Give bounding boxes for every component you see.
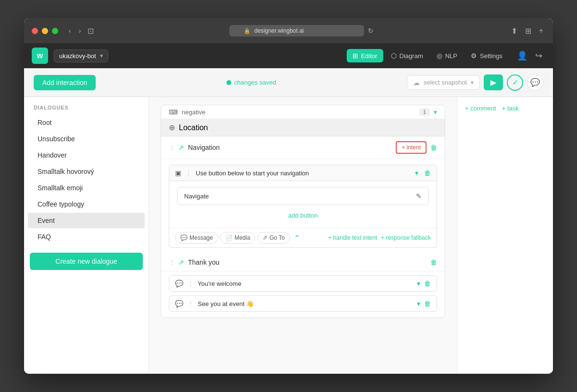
edit-navigate-icon[interactable]: ✎ [416, 192, 422, 200]
close-button[interactable] [32, 28, 38, 34]
sidebar-section-label: DIALOGUES [24, 105, 149, 114]
intent-button[interactable]: + intent [396, 141, 426, 154]
share-button[interactable]: ⬆ [509, 24, 519, 37]
settings-icon: ⚙ [471, 52, 477, 60]
action-goto-label: Go To [269, 234, 285, 241]
address-bar: 🔒 designer.wingbot.ai [229, 25, 364, 37]
comment-link[interactable]: + comment [465, 105, 496, 112]
event-drag-handle-icon: ⋮ [187, 300, 194, 307]
bot-selector[interactable]: ukazkovy-bot ▾ [54, 49, 108, 62]
link-icon: ⇗ [178, 144, 184, 151]
lock-icon: 🔒 [244, 28, 251, 34]
location-label: Location [179, 123, 208, 132]
thankyou-title: Thank you [188, 258, 430, 266]
event-message-block: 💬 ⋮ ▾ 🗑 [169, 295, 437, 312]
keyboard-icon: ⌨ [169, 109, 178, 116]
media-icon: 📄 [226, 234, 233, 241]
thankyou-interaction-row: ⋮ ⇗ Thank you 🗑 [161, 254, 445, 271]
logo: w [32, 48, 48, 64]
logout-icon[interactable]: ↪ [532, 48, 545, 64]
chat-event-icon: 💬 [175, 300, 183, 307]
sidebar-item-smalltalk-hovorovy[interactable]: Smalltalk hovorový [28, 164, 145, 179]
navigate-button-label: Navigate [184, 193, 209, 200]
action-goto-button[interactable]: ⇗ Go To [257, 232, 290, 244]
main-nav: ⊞ Editor ⬡ Diagram ◎ NLP ⚙ Settings 👤 ↪ [347, 48, 545, 64]
message-text-input[interactable] [196, 170, 411, 177]
message-delete-icon[interactable]: 🗑 [424, 169, 431, 177]
nav-nlp[interactable]: ◎ NLP [431, 49, 463, 62]
action-media-button[interactable]: 📄 Media [220, 232, 256, 244]
minimize-button[interactable] [42, 28, 48, 34]
navigation-interaction-row: ⋮ ⇗ Navigation + intent 🗑 [161, 136, 445, 159]
url-text: designer.wingbot.ai [254, 27, 304, 34]
snapshot-selector[interactable]: ☁ select snapshot ▾ [407, 75, 480, 90]
delete-thankyou-icon[interactable]: 🗑 [430, 258, 437, 266]
event-delete-icon[interactable]: 🗑 [424, 300, 431, 307]
editor-icon: ⊞ [352, 52, 358, 60]
add-tab-button[interactable]: ⊞ [523, 24, 533, 37]
message-type-icon: ▣ [175, 169, 181, 177]
right-panel-actions: + comment + task [465, 105, 545, 112]
create-dialogue-button[interactable]: Create new dialogue [30, 253, 143, 270]
collapse-icon[interactable]: ⌃ [294, 233, 300, 243]
negative-label: negative [182, 109, 205, 116]
nav-editor-label: Editor [361, 52, 377, 60]
sidebar-item-faq[interactable]: FAQ [28, 229, 145, 245]
goto-icon: ⇗ [263, 234, 267, 241]
snapshot-play-button[interactable]: ▶ [484, 74, 503, 90]
delete-navigation-icon[interactable]: 🗑 [430, 144, 437, 151]
sidebar-item-smalltalk-emoji[interactable]: Smalltalk emoji [28, 180, 145, 196]
chat-button[interactable]: 💬 [527, 74, 543, 91]
response-fallback-link[interactable]: + response fallback [381, 234, 431, 241]
add-button-link[interactable]: add button [177, 209, 429, 222]
welcome-drag-handle-icon: ⋮ [187, 280, 194, 287]
message-chevron-icon[interactable]: ▾ [415, 169, 418, 177]
snapshot-label: select snapshot [424, 79, 467, 86]
forward-button[interactable]: › [76, 26, 84, 36]
location-icon: ⊕ [169, 123, 175, 132]
sidebar-item-handover[interactable]: Handover [28, 147, 145, 163]
changes-saved-indicator: changes saved [226, 79, 276, 86]
sidebar-item-root[interactable]: Root [28, 115, 145, 130]
reload-button[interactable]: ↻ [368, 27, 374, 35]
message-icon: 💬 [180, 234, 188, 241]
nav-settings[interactable]: ⚙ Settings [465, 49, 508, 62]
welcome-chevron-icon[interactable]: ▾ [417, 280, 420, 287]
event-message-input[interactable] [198, 300, 413, 307]
negative-count: 1 [419, 108, 430, 116]
negative-row: ⌨ negative 1 ▾ [161, 105, 445, 119]
sidebar-item-unsubscribe[interactable]: Unsubscribe [28, 131, 145, 147]
sidebar-toggle-button[interactable]: + [537, 24, 545, 37]
back-button[interactable]: ‹ [66, 26, 74, 36]
handle-text-intent-link[interactable]: + handle text intent [328, 234, 377, 241]
nav-editor[interactable]: ⊞ Editor [347, 49, 383, 62]
action-message-button[interactable]: 💬 Message [175, 232, 218, 244]
diagram-icon: ⬡ [391, 52, 397, 60]
sidebar-item-coffee-typology[interactable]: Coffee typology [28, 196, 145, 212]
navigate-button-item: Navigate ✎ [177, 187, 429, 205]
nav-diagram-label: Diagram [400, 52, 423, 60]
negative-chevron-icon[interactable]: ▾ [434, 109, 437, 116]
add-interaction-button[interactable]: Add interaction [34, 75, 96, 90]
nav-settings-label: Settings [480, 52, 502, 60]
nav-nlp-label: NLP [445, 52, 457, 60]
message-drag-handle-icon: ⋮ [185, 169, 192, 177]
welcome-message-input[interactable] [198, 280, 413, 287]
thankyou-drag-handle-icon: ⋮ [169, 258, 176, 266]
welcome-delete-icon[interactable]: 🗑 [424, 280, 431, 287]
welcome-message-block: 💬 ⋮ ▾ 🗑 [169, 275, 437, 292]
event-chevron-icon[interactable]: ▾ [417, 300, 420, 307]
changes-saved-label: changes saved [234, 79, 276, 86]
nlp-icon: ◎ [437, 52, 442, 60]
sidebar-item-event[interactable]: Event [28, 213, 145, 228]
chat-msg-icon: 💬 [175, 280, 183, 287]
maximize-button[interactable] [52, 28, 58, 34]
snapshot-chevron-icon: ▾ [471, 79, 474, 86]
navigation-message-block: ▣ ⋮ ▾ 🗑 Navigate ✎ [169, 165, 437, 248]
drag-handle-icon: ⋮ [169, 144, 176, 151]
nav-diagram[interactable]: ⬡ Diagram [385, 49, 429, 62]
task-link[interactable]: + task [502, 105, 519, 112]
window-expand-button[interactable]: ⊡ [88, 26, 94, 36]
status-ok-button[interactable]: ✓ [507, 74, 523, 91]
user-icon[interactable]: 👤 [514, 48, 530, 64]
